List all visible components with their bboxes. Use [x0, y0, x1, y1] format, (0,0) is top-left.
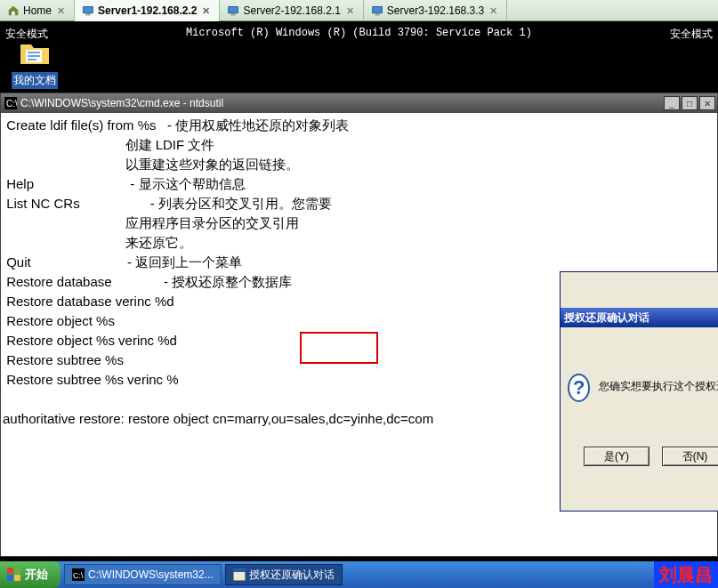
mydocs-label: 我的文档 — [12, 72, 58, 89]
taskbar-item-dialog[interactable]: 授权还原确认对话 — [225, 564, 343, 585]
tab-label: Server3-192.168.3.3 — [387, 4, 484, 17]
tab-server1[interactable]: Server1-192.168.2.2 ✕ — [75, 0, 220, 21]
server-icon — [82, 4, 94, 17]
highlight-box — [300, 332, 378, 364]
taskbar-item-label: C:\WINDOWS\system32... — [88, 568, 214, 581]
tab-label: Home — [23, 4, 52, 17]
close-icon[interactable]: ✕ — [55, 5, 67, 17]
svg-rect-1 — [85, 14, 90, 16]
question-icon: ? — [568, 374, 590, 402]
svg-rect-4 — [373, 7, 383, 13]
svg-rect-11 — [14, 575, 20, 581]
svg-rect-3 — [231, 14, 236, 16]
confirm-dialog: 授权还原确认对话 ✕ ? 您确实想要执行这个授权还原? 是(Y) 否(N) — [560, 271, 718, 511]
app-icon — [233, 568, 246, 581]
home-icon — [7, 4, 20, 17]
svg-rect-9 — [14, 568, 20, 574]
server-icon — [227, 4, 239, 17]
tab-server2[interactable]: Server2-192.168.2.1 ✕ — [220, 0, 363, 21]
svg-rect-0 — [84, 7, 93, 13]
cmd-icon: C:\ — [4, 97, 17, 109]
tab-server3[interactable]: Server3-192.168.3.3 ✕ — [364, 0, 507, 21]
tab-label: Server2-192.168.2.1 — [243, 4, 340, 17]
close-icon[interactable]: ✕ — [200, 5, 212, 17]
cmd-output: Create ldif file(s) from %s - 使用权威性地还原的对… — [1, 113, 717, 556]
cmd-window: C:\ C:\WINDOWS\system32\cmd.exe - ntdsut… — [0, 93, 718, 557]
windows-logo-icon — [7, 568, 21, 582]
taskbar-item-label: 授权还原确认对话 — [249, 568, 335, 583]
dialog-titlebar[interactable]: 授权还原确认对话 ✕ — [561, 308, 718, 327]
svg-rect-5 — [375, 14, 379, 16]
svg-rect-10 — [7, 575, 13, 581]
svg-rect-8 — [7, 568, 13, 574]
start-label: 开始 — [25, 567, 48, 583]
safemode-label-right: 安全模式 — [670, 27, 713, 42]
svg-text:C:\: C:\ — [73, 571, 84, 580]
mydocs-icon[interactable]: 我的文档 — [7, 39, 62, 89]
close-icon[interactable]: ✕ — [344, 5, 356, 17]
dialog-title-text: 授权还原确认对话 — [564, 309, 649, 326]
start-button[interactable]: 开始 — [0, 561, 61, 588]
build-label: Microsoft (R) Windows (R) (Build 3790: S… — [186, 27, 532, 39]
tab-label: Server1-192.168.2.2 — [98, 4, 197, 17]
dialog-message: 您确实想要执行这个授权还原? — [599, 374, 718, 395]
tab-home[interactable]: Home ✕ — [0, 0, 75, 21]
taskbar-item-cmd[interactable]: C:\ C:\WINDOWS\system32... — [64, 564, 222, 585]
folder-icon — [19, 39, 51, 66]
minimize-button[interactable]: _ — [664, 96, 680, 110]
svg-text:C:\: C:\ — [6, 99, 17, 109]
watermark: 刘晨昌 — [654, 561, 718, 588]
cmd-title-text: C:\WINDOWS\system32\cmd.exe - ntdsutil — [20, 97, 223, 109]
window-controls: _ □ ✕ — [664, 96, 717, 110]
cmd-icon: C:\ — [72, 568, 85, 581]
cmd-titlebar[interactable]: C:\ C:\WINDOWS\system32\cmd.exe - ntdsut… — [1, 93, 717, 113]
svg-rect-2 — [229, 7, 238, 13]
svg-rect-15 — [233, 568, 246, 572]
cmd-text: Create ldif file(s) from %s - 使用权威性地还原的对… — [3, 117, 433, 426]
maximize-button[interactable]: □ — [682, 96, 698, 110]
taskbar: 开始 C:\ C:\WINDOWS\system32... 授权还原确认对话 刘… — [0, 561, 718, 588]
close-icon[interactable]: ✕ — [488, 5, 499, 17]
server-icon — [371, 4, 383, 17]
remote-tabs: Home ✕ Server1-192.168.2.2 ✕ Server2-192… — [0, 0, 718, 21]
yes-button[interactable]: 是(Y) — [584, 447, 649, 466]
no-button[interactable]: 否(N) — [662, 447, 718, 466]
desktop-header: 安全模式 Microsoft (R) Windows (R) (Build 37… — [0, 21, 718, 93]
close-button[interactable]: ✕ — [699, 96, 715, 110]
